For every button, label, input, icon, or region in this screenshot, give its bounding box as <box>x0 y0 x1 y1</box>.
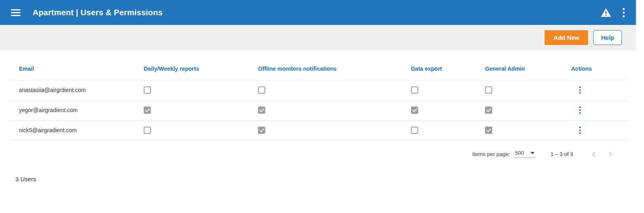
permission-checkbox[interactable] <box>258 106 265 114</box>
pagination-bar: Items per page: 500 1 – 3 of 3 <box>0 150 615 159</box>
items-per-page-select[interactable]: 500 <box>514 150 535 158</box>
next-page-icon[interactable] <box>606 150 615 159</box>
app-window: Apartment | Users & Permissions Add New … <box>0 0 636 182</box>
pagination-range: 1 – 3 of 3 <box>551 151 573 157</box>
email-cell: anastasiia@airgrdient.com <box>9 80 144 100</box>
items-per-page-label: Items per page: <box>472 151 510 157</box>
permission-checkbox[interactable] <box>485 127 492 134</box>
permission-checkbox[interactable] <box>411 86 418 94</box>
permission-checkbox[interactable] <box>485 106 492 114</box>
kebab-menu-icon[interactable] <box>620 7 627 18</box>
permission-checkbox[interactable] <box>411 106 418 114</box>
warning-triangle-icon[interactable] <box>601 8 611 17</box>
table-body: anastasiia@airgrdient.com yegor@airgradi… <box>9 80 627 140</box>
table-header-row: Email Daily/Weekly reports Offline monit… <box>9 57 627 80</box>
permission-checkbox[interactable] <box>485 86 492 94</box>
hamburger-menu-icon[interactable] <box>11 9 21 16</box>
permission-checkbox[interactable] <box>258 127 265 134</box>
previous-page-icon[interactable] <box>589 150 599 159</box>
chevron-down-icon <box>530 152 535 154</box>
page-title: Apartment | Users & Permissions <box>33 8 163 17</box>
users-permissions-table: Email Daily/Weekly reports Offline monit… <box>9 57 627 141</box>
permission-checkbox[interactable] <box>411 127 418 134</box>
appbar-actions <box>601 7 627 18</box>
column-header-offline-monitors-notifications: Offline monitors notifications <box>258 57 411 80</box>
table-row: nick5@airgradient.com <box>9 120 627 140</box>
column-header-data-export: Data export <box>411 57 485 80</box>
column-header-daily-weekly-reports: Daily/Weekly reports <box>144 57 258 80</box>
column-header-actions: Actions <box>571 57 627 80</box>
help-button[interactable]: Help <box>593 30 622 45</box>
permission-checkbox[interactable] <box>144 86 151 94</box>
table-row: yegor@airgradient.com <box>9 100 627 120</box>
user-count-label: 3 Users <box>15 176 636 182</box>
items-per-page-value: 500 <box>515 150 524 156</box>
column-header-email: Email <box>9 57 144 80</box>
row-actions-kebab-icon[interactable] <box>578 86 582 94</box>
permission-checkbox[interactable] <box>144 106 151 114</box>
row-actions-kebab-icon[interactable] <box>578 126 582 135</box>
table-row: anastasiia@airgrdient.com <box>9 80 627 100</box>
app-bar: Apartment | Users & Permissions <box>0 0 636 25</box>
action-toolbar: Add New Help <box>0 25 636 50</box>
row-actions-kebab-icon[interactable] <box>578 106 582 115</box>
email-cell: yegor@airgradient.com <box>9 100 144 120</box>
permission-checkbox[interactable] <box>144 127 151 134</box>
email-cell: nick5@airgradient.com <box>9 120 144 140</box>
column-header-general-admin: General Admin <box>485 57 571 80</box>
main-content: Email Daily/Weekly reports Offline monit… <box>0 50 636 182</box>
permission-checkbox[interactable] <box>258 86 265 94</box>
add-new-button[interactable]: Add New <box>545 30 588 45</box>
